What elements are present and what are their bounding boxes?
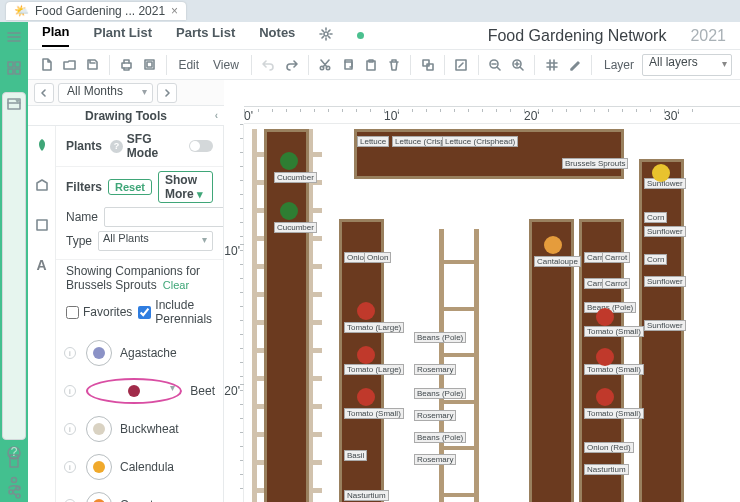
plant-info-icon[interactable]: i xyxy=(64,423,76,435)
view-menu[interactable]: View xyxy=(207,58,245,72)
clear-companions[interactable]: Clear xyxy=(163,279,189,291)
open-icon[interactable] xyxy=(59,53,80,77)
plant-icon[interactable] xyxy=(596,348,614,366)
plant-info-icon[interactable]: i xyxy=(64,347,76,359)
cat-text-icon[interactable]: A xyxy=(31,254,53,276)
plant-label[interactable]: Nasturtium xyxy=(344,490,389,501)
rail-dashboard-icon[interactable] xyxy=(7,61,21,78)
plant-icon[interactable] xyxy=(596,388,614,406)
plant-label[interactable]: Corn xyxy=(644,212,667,223)
plant-label[interactable]: Tomato (Small) xyxy=(584,326,644,337)
plant-item[interactable]: iAgastache xyxy=(56,334,223,372)
plant-label[interactable]: Carrot xyxy=(602,278,630,289)
month-next-icon[interactable] xyxy=(157,83,177,103)
menu-icon[interactable] xyxy=(7,30,21,47)
plant-icon[interactable] xyxy=(357,346,375,364)
tab-plant-list[interactable]: Plant List xyxy=(93,25,152,46)
close-icon[interactable]: × xyxy=(171,4,178,18)
plant-label[interactable]: Onion (Red) xyxy=(584,442,634,453)
browser-tab[interactable]: 🌤️Food Gardening ... 2021× xyxy=(6,2,186,20)
help-icon[interactable]: ? xyxy=(110,140,123,153)
plant-icon[interactable] xyxy=(280,152,298,170)
reset-button[interactable]: Reset xyxy=(108,179,152,195)
plant-icon[interactable] xyxy=(596,308,614,326)
cat-shapes-icon[interactable] xyxy=(31,214,53,236)
plant-item[interactable]: iBeet xyxy=(56,372,223,410)
plant-label[interactable]: Tomato (Large) xyxy=(344,322,404,333)
paste-icon[interactable] xyxy=(360,53,381,77)
plant-label[interactable]: Carrot xyxy=(602,252,630,263)
month-select[interactable]: All Months xyxy=(58,83,153,103)
collapse-icon[interactable]: ‹ xyxy=(215,110,218,121)
sfg-toggle[interactable] xyxy=(189,140,213,152)
month-prev-icon[interactable] xyxy=(34,83,54,103)
plant-item[interactable]: iCalendula xyxy=(56,448,223,486)
zoom-out-icon[interactable] xyxy=(485,53,506,77)
group-icon[interactable] xyxy=(417,53,438,77)
plant-label[interactable]: Rosemary xyxy=(414,454,456,465)
cat-plants-icon[interactable] xyxy=(31,134,53,156)
show-more-button[interactable]: Show More ▾ xyxy=(158,171,213,203)
name-input[interactable] xyxy=(104,207,224,227)
tab-notes[interactable]: Notes xyxy=(259,25,295,46)
print-icon[interactable] xyxy=(116,53,137,77)
plant-label[interactable]: Brussels Sprouts xyxy=(562,158,628,169)
rail-plan-icon[interactable] xyxy=(2,92,26,440)
plant-label[interactable]: Cantaloupe xyxy=(534,256,581,267)
plant-label[interactable]: Rosemary xyxy=(414,364,456,375)
perennials-checkbox[interactable]: Include Perennials xyxy=(138,298,213,326)
canvas[interactable]: 0'10'20'30' 10'20' CucumberCucumberLettu… xyxy=(224,80,740,502)
plant-info-icon[interactable]: i xyxy=(64,385,76,397)
save-icon[interactable] xyxy=(82,53,103,77)
plant-label[interactable]: Beans (Pole) xyxy=(414,432,466,443)
zoom-in-icon[interactable] xyxy=(508,53,529,77)
new-icon[interactable] xyxy=(36,53,57,77)
plant-item[interactable]: iCarrot xyxy=(56,486,223,502)
cut-icon[interactable] xyxy=(314,53,335,77)
redo-icon[interactable] xyxy=(281,53,302,77)
plant-label[interactable]: Sunflower xyxy=(644,276,686,287)
plant-label[interactable]: Corn xyxy=(644,254,667,265)
edit-menu[interactable]: Edit xyxy=(172,58,205,72)
grid-icon[interactable] xyxy=(541,53,562,77)
plant-label[interactable]: Sunflower xyxy=(644,320,686,331)
plant-label[interactable]: Cucumber xyxy=(274,172,317,183)
plant-label[interactable]: Tomato (Small) xyxy=(344,408,404,419)
favorites-checkbox[interactable]: Favorites xyxy=(66,305,132,319)
copy-icon[interactable] xyxy=(337,53,358,77)
plant-label[interactable]: Cucumber xyxy=(274,222,317,233)
type-select[interactable]: All Plants xyxy=(98,231,213,251)
plant-info-icon[interactable]: i xyxy=(64,461,76,473)
rail-help-icon[interactable]: ? xyxy=(7,446,21,463)
plant-label[interactable]: Tomato (Large) xyxy=(344,364,404,375)
garden-stage[interactable]: CucumberCucumberLettuceLettuce (Crisphea… xyxy=(244,124,740,502)
plant-label[interactable]: Sunflower xyxy=(644,226,686,237)
plant-label[interactable]: Rosemary xyxy=(414,410,456,421)
plant-label[interactable]: Beans (Pole) xyxy=(414,332,466,343)
gear-icon[interactable] xyxy=(319,27,333,44)
cat-structures-icon[interactable] xyxy=(31,174,53,196)
plant-icon[interactable] xyxy=(544,236,562,254)
plant-label[interactable]: Beans (Pole) xyxy=(414,388,466,399)
plant-label[interactable]: Lettuce xyxy=(357,136,389,147)
plant-label[interactable]: Onion xyxy=(364,252,391,263)
plant-icon[interactable] xyxy=(280,202,298,220)
plant-label[interactable]: Nasturtium xyxy=(584,464,629,475)
trash-icon[interactable] xyxy=(383,53,404,77)
garden-bed[interactable] xyxy=(264,129,309,502)
tab-parts-list[interactable]: Parts List xyxy=(176,25,235,46)
plant-label[interactable]: Basil xyxy=(344,450,367,461)
plant-item[interactable]: iBuckwheat xyxy=(56,410,223,448)
tab-plan[interactable]: Plan xyxy=(42,24,69,47)
plant-icon[interactable] xyxy=(357,302,375,320)
plant-icon[interactable] xyxy=(357,388,375,406)
plant-label[interactable]: Tomato (Small) xyxy=(584,364,644,375)
rail-user-icon[interactable] xyxy=(7,475,21,492)
pen-icon[interactable] xyxy=(564,53,585,77)
export-icon[interactable] xyxy=(139,53,160,77)
plant-icon[interactable] xyxy=(652,164,670,182)
edit-object-icon[interactable] xyxy=(451,53,472,77)
plant-label[interactable]: Tomato (Small) xyxy=(584,408,644,419)
layer-select[interactable]: All layers xyxy=(642,54,732,76)
plant-label[interactable]: Lettuce (Crisphead) xyxy=(442,136,518,147)
